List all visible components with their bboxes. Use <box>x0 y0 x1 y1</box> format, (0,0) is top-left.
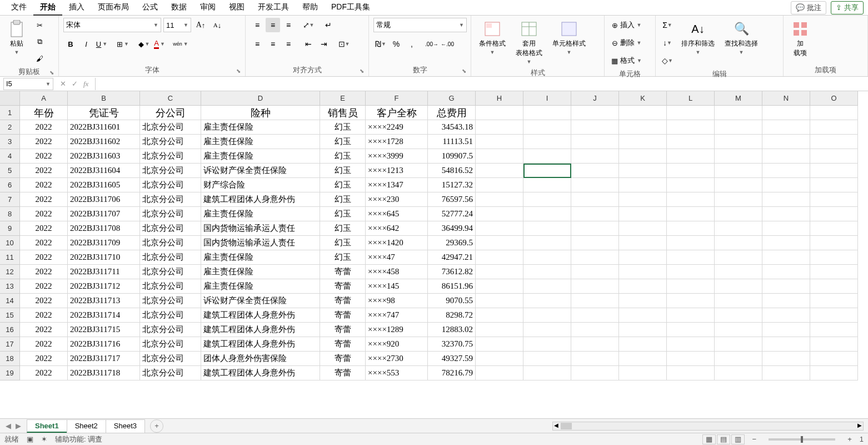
cell-B7[interactable]: 2022BJ311706 <box>68 192 140 207</box>
cell-I13[interactable] <box>523 279 571 294</box>
cell-F8[interactable]: ××××645 <box>366 207 428 221</box>
paste-button[interactable]: 粘贴 ▼ <box>4 18 29 57</box>
cell-E11[interactable]: 幻玉 <box>320 250 366 265</box>
cell-D8[interactable]: 雇主责任保险 <box>201 207 320 221</box>
cell-A6[interactable]: 2022 <box>20 178 68 192</box>
bold-button[interactable]: B <box>63 37 78 51</box>
cell-G19[interactable]: 78216.79 <box>428 366 476 380</box>
cell-E8[interactable]: 幻玉 <box>320 207 366 221</box>
col-header-O[interactable]: O <box>810 91 858 106</box>
cell-E6[interactable]: 幻玉 <box>320 178 366 192</box>
cell-B12[interactable]: 2022BJ311711 <box>68 265 140 279</box>
cell-B19[interactable]: 2022BJ311718 <box>68 366 140 380</box>
cell-B16[interactable]: 2022BJ311715 <box>68 323 140 337</box>
cell-O2[interactable] <box>810 120 858 135</box>
cell-H16[interactable] <box>476 323 523 337</box>
name-box[interactable]: I5▼ <box>3 78 53 90</box>
align-left-button[interactable]: ≡ <box>250 37 265 51</box>
cell-G12[interactable]: 73612.82 <box>428 265 476 279</box>
cell-M8[interactable] <box>715 207 762 221</box>
cell-K2[interactable] <box>619 120 667 135</box>
zoom-out-button[interactable]: − <box>752 435 757 443</box>
cell-I6[interactable] <box>523 178 571 192</box>
cell-F5[interactable]: ××××1213 <box>366 164 428 178</box>
cell-E18[interactable]: 寄蕾 <box>320 352 366 366</box>
decrease-decimal-button[interactable]: ←.00 <box>440 37 455 51</box>
cell-J17[interactable] <box>571 337 619 352</box>
macro-icon[interactable]: ▣ <box>27 435 33 443</box>
cell-O9[interactable] <box>810 221 858 236</box>
cell-J3[interactable] <box>571 135 619 149</box>
cell-F16[interactable]: ××××1289 <box>366 323 428 337</box>
cell-G15[interactable]: 8298.72 <box>428 308 476 323</box>
cell-A5[interactable]: 2022 <box>20 164 68 178</box>
sheet-tab-Sheet1[interactable]: Sheet1 <box>27 419 67 433</box>
font-name-select[interactable]: 宋体▼ <box>63 18 161 32</box>
row-header-7[interactable]: 7 <box>0 192 20 207</box>
conditional-format-button[interactable]: 条件格式▼ <box>476 18 509 57</box>
cell-B15[interactable]: 2022BJ311714 <box>68 308 140 323</box>
cell-C11[interactable]: 北京分公司 <box>140 250 201 265</box>
cell-G10[interactable]: 29369.5 <box>428 236 476 250</box>
cell-I15[interactable] <box>523 308 571 323</box>
cell-G18[interactable]: 49327.59 <box>428 352 476 366</box>
row-header-5[interactable]: 5 <box>0 164 20 178</box>
cancel-formula-icon[interactable]: ✕ <box>60 80 66 88</box>
cell-D12[interactable]: 雇主责任保险 <box>201 265 320 279</box>
cell-L6[interactable] <box>667 178 715 192</box>
cell-H19[interactable] <box>476 366 523 380</box>
cell-M5[interactable] <box>715 164 762 178</box>
cell-M18[interactable] <box>715 352 762 366</box>
cell-O12[interactable] <box>810 265 858 279</box>
cell-A9[interactable]: 2022 <box>20 221 68 236</box>
cell-N5[interactable] <box>762 164 810 178</box>
cell-B13[interactable]: 2022BJ311712 <box>68 279 140 294</box>
cell-O10[interactable] <box>810 236 858 250</box>
cell-D13[interactable]: 雇主责任保险 <box>201 279 320 294</box>
italic-button[interactable]: I <box>79 37 93 51</box>
cell-E15[interactable]: 寄蕾 <box>320 308 366 323</box>
cell-K3[interactable] <box>619 135 667 149</box>
cell-G17[interactable]: 32370.75 <box>428 337 476 352</box>
cell-I5[interactable] <box>523 164 571 178</box>
cell-L5[interactable] <box>667 164 715 178</box>
cell-E16[interactable]: 寄蕾 <box>320 323 366 337</box>
cell-A4[interactable]: 2022 <box>20 149 68 164</box>
cell-L18[interactable] <box>667 352 715 366</box>
row-header-19[interactable]: 19 <box>0 366 20 380</box>
cell-G13[interactable]: 86151.96 <box>428 279 476 294</box>
cell-F7[interactable]: ××××230 <box>366 192 428 207</box>
col-header-N[interactable]: N <box>762 91 810 106</box>
cell-O16[interactable] <box>810 323 858 337</box>
cell-K9[interactable] <box>619 221 667 236</box>
cell-L11[interactable] <box>667 250 715 265</box>
col-header-A[interactable]: A <box>20 91 68 106</box>
row-header-4[interactable]: 4 <box>0 149 20 164</box>
col-header-D[interactable]: D <box>201 91 320 106</box>
cell-G5[interactable]: 54816.52 <box>428 164 476 178</box>
delete-cells-button[interactable]: ⊖删除▼ <box>609 36 644 50</box>
increase-font-button[interactable]: A↑ <box>193 18 208 32</box>
cell-C16[interactable]: 北京分公司 <box>140 323 201 337</box>
cell-C9[interactable]: 北京分公司 <box>140 221 201 236</box>
align-right-button[interactable]: ≡ <box>281 37 296 51</box>
cell-C7[interactable]: 北京分公司 <box>140 192 201 207</box>
cell-styles-button[interactable]: 单元格样式▼ <box>549 18 589 57</box>
cell-B1[interactable]: 凭证号 <box>68 106 140 120</box>
cell-H14[interactable] <box>476 294 523 308</box>
row-header-6[interactable]: 6 <box>0 178 20 192</box>
cell-A12[interactable]: 2022 <box>20 265 68 279</box>
cell-I3[interactable] <box>523 135 571 149</box>
cell-L17[interactable] <box>667 337 715 352</box>
cell-J18[interactable] <box>571 352 619 366</box>
cell-H12[interactable] <box>476 265 523 279</box>
row-header-10[interactable]: 10 <box>0 236 20 250</box>
cell-B11[interactable]: 2022BJ311710 <box>68 250 140 265</box>
currency-button[interactable]: ₪▼ <box>373 37 388 51</box>
cell-B8[interactable]: 2022BJ311707 <box>68 207 140 221</box>
cell-L19[interactable] <box>667 366 715 380</box>
cell-A2[interactable]: 2022 <box>20 120 68 135</box>
cell-C17[interactable]: 北京分公司 <box>140 337 201 352</box>
row-header-12[interactable]: 12 <box>0 265 20 279</box>
cell-K12[interactable] <box>619 265 667 279</box>
